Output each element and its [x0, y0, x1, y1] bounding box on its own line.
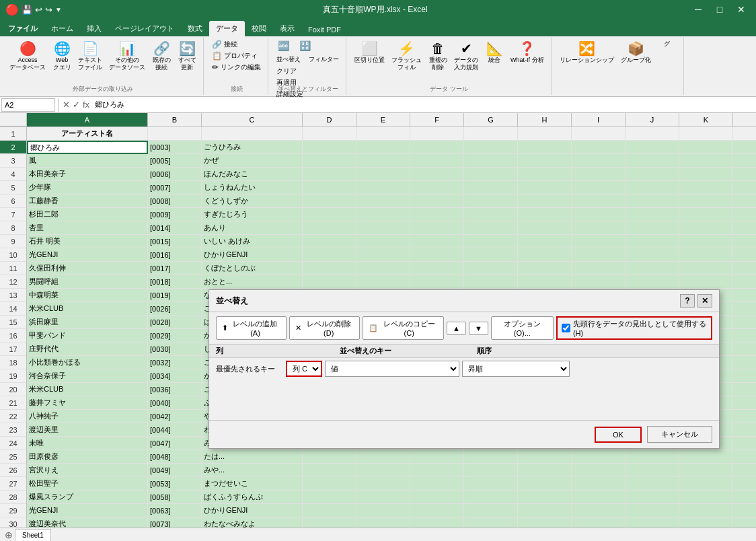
cell-9-D[interactable] — [303, 235, 356, 248]
cell-15-A[interactable]: 浜田麻里 — [27, 316, 148, 329]
cell-5-F[interactable] — [410, 181, 464, 194]
cell-25-K[interactable] — [679, 450, 733, 464]
cell-26-L[interactable] — [733, 464, 756, 477]
cell-6-J[interactable] — [626, 194, 679, 208]
cell-2-D[interactable] — [303, 141, 356, 154]
tab-page-layout[interactable]: ページレイアウト — [108, 21, 181, 36]
cell-11-H[interactable] — [518, 262, 572, 275]
row-num-22[interactable]: 22 — [0, 410, 26, 423]
header-checkbox[interactable] — [562, 324, 570, 332]
other-sources-button[interactable]: 📊 その他のデータソース — [106, 39, 148, 73]
cell-9-I[interactable] — [572, 235, 626, 248]
cell-27-B[interactable]: [0053] — [148, 477, 202, 491]
cell-5-I[interactable] — [572, 181, 626, 194]
cell-1-K[interactable] — [679, 127, 733, 141]
cell-9-F[interactable] — [410, 235, 464, 248]
row-num-9[interactable]: 9 — [0, 235, 26, 248]
cell-11-D[interactable] — [303, 262, 356, 275]
cell-22-B[interactable]: [0042] — [148, 410, 202, 423]
cell-2-A[interactable]: 郷ひろみ — [27, 141, 148, 154]
row-num-30[interactable]: 30 — [0, 517, 26, 528]
col-header-i[interactable]: I — [572, 113, 626, 127]
cell-30-G[interactable] — [464, 517, 518, 528]
cell-26-E[interactable] — [356, 464, 410, 477]
order-select[interactable]: 昇順 降順 — [462, 361, 570, 377]
undo-icon[interactable]: ↩ — [35, 5, 42, 15]
row-num-6[interactable]: 6 — [0, 194, 26, 208]
redo-icon[interactable]: ↪ — [45, 5, 52, 15]
cell-11-C[interactable]: くぼたとしのぶ — [202, 262, 303, 275]
cell-2-G[interactable] — [464, 141, 518, 154]
minimize-button[interactable]: ─ — [689, 3, 708, 16]
row-num-19[interactable]: 19 — [0, 369, 26, 383]
cell-21-A[interactable]: 藤井フミヤ — [27, 396, 148, 410]
cell-10-G[interactable] — [464, 248, 518, 262]
row-num-25[interactable]: 25 — [0, 450, 26, 464]
cell-5-E[interactable] — [356, 181, 410, 194]
cell-20-B[interactable]: [0036] — [148, 383, 202, 396]
cell-8-F[interactable] — [410, 221, 464, 235]
cell-7-H[interactable] — [518, 208, 572, 221]
cell-25-A[interactable]: 田原俊彦 — [27, 450, 148, 464]
formula-input[interactable] — [92, 97, 756, 112]
refresh-all-button[interactable]: 🔄 すべて更新 — [175, 39, 199, 73]
dialog-title-controls[interactable]: ? ✕ — [680, 294, 712, 308]
cell-3-J[interactable] — [626, 154, 679, 168]
cell-12-A[interactable]: 男闘呼組 — [27, 275, 148, 289]
cell-8-B[interactable]: [0014] — [148, 221, 202, 235]
cell-13-L[interactable] — [733, 289, 756, 302]
cell-7-B[interactable]: [0009] — [148, 208, 202, 221]
insert-function-icon[interactable]: fx — [83, 100, 89, 110]
row-num-4[interactable]: 4 — [0, 168, 26, 181]
cell-4-L[interactable] — [733, 168, 756, 181]
col-header-g[interactable]: G — [464, 113, 518, 127]
cell-25-H[interactable] — [518, 450, 572, 464]
delete-level-button[interactable]: ✕ レベルの削除(D) — [289, 316, 361, 340]
cell-25-D[interactable] — [303, 450, 356, 464]
cell-6-G[interactable] — [464, 194, 518, 208]
cell-30-I[interactable] — [572, 517, 626, 528]
cell-6-I[interactable] — [572, 194, 626, 208]
cell-7-J[interactable] — [626, 208, 679, 221]
cell-1-I[interactable] — [572, 127, 626, 141]
row-num-17[interactable]: 17 — [0, 342, 26, 356]
quick-access-toolbar[interactable]: 🔴 💾 ↩ ↪ ▼ — [5, 3, 62, 16]
cell-9-K[interactable] — [679, 235, 733, 248]
cell-27-C[interactable]: まつだせいこ — [202, 477, 303, 491]
cell-3-C[interactable]: かぜ — [202, 154, 303, 168]
cell-10-B[interactable]: [0016] — [148, 248, 202, 262]
cell-8-L[interactable] — [733, 221, 756, 235]
cell-28-L[interactable] — [733, 491, 756, 504]
cell-30-K[interactable] — [679, 517, 733, 528]
cell-2-B[interactable]: [0003] — [148, 141, 202, 154]
cell-25-L[interactable] — [733, 450, 756, 464]
cell-29-D[interactable] — [303, 504, 356, 517]
existing-connections-button[interactable]: 🔗 既存の接続 — [149, 39, 174, 73]
cell-30-L[interactable] — [733, 517, 756, 528]
edit-links-button[interactable]: ✏リンクの編集 — [209, 62, 264, 73]
col-header-d[interactable]: D — [303, 113, 356, 127]
group-button[interactable]: 📦 グループ化 — [618, 39, 654, 65]
cell-7-E[interactable] — [356, 208, 410, 221]
cell-25-B[interactable]: [0048] — [148, 450, 202, 464]
cell-4-J[interactable] — [626, 168, 679, 181]
cell-4-K[interactable] — [679, 168, 733, 181]
cell-27-G[interactable] — [464, 477, 518, 491]
cell-5-D[interactable] — [303, 181, 356, 194]
cell-11-A[interactable]: 久保田利伸 — [27, 262, 148, 275]
add-sheet-button[interactable]: ⊕ — [3, 529, 15, 541]
more-button[interactable]: グ — [655, 39, 679, 49]
cell-5-L[interactable] — [733, 181, 756, 194]
move-down-button[interactable]: ▼ — [469, 322, 488, 335]
what-if-button[interactable]: ❓ What-If 分析 — [508, 39, 547, 65]
filter-button[interactable]: フィルター — [306, 55, 342, 65]
cell-24-B[interactable]: [0047] — [148, 437, 202, 450]
tab-data[interactable]: データ — [209, 21, 245, 36]
cell-11-L[interactable] — [733, 262, 756, 275]
cell-22-L[interactable] — [733, 410, 756, 423]
cell-9-L[interactable] — [733, 235, 756, 248]
cell-10-E[interactable] — [356, 248, 410, 262]
cell-3-G[interactable] — [464, 154, 518, 168]
cell-29-G[interactable] — [464, 504, 518, 517]
cell-26-D[interactable] — [303, 464, 356, 477]
